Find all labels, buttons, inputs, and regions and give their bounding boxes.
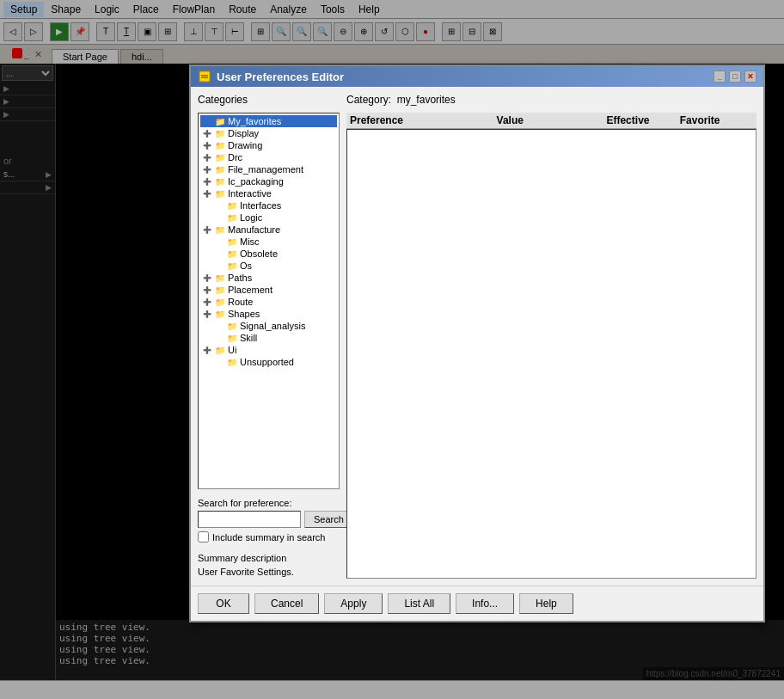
list-all-button[interactable]: List All: [388, 593, 450, 614]
svg-rect-1: [201, 75, 208, 77]
folder-route: 📁: [214, 297, 226, 306]
tree-label-obsolete: Obsolete: [240, 248, 278, 259]
tree-label-drawing: Drawing: [228, 140, 262, 150]
expand-interactive: ➕: [202, 188, 212, 199]
tree-item-drc[interactable]: ➕ 📁 Drc: [200, 151, 337, 163]
tree-item-unsupported[interactable]: 📁 Unsupported: [200, 356, 337, 368]
tree-label-shapes: Shapes: [228, 309, 260, 319]
folder-unsupported: 📁: [226, 358, 238, 366]
tree-label-route: Route: [228, 297, 253, 307]
dialog-title-left: User Preferences Editor: [198, 70, 344, 83]
tree-item-skill[interactable]: 📁 Skill: [200, 332, 337, 344]
svg-rect-2: [201, 77, 208, 79]
dialog-footer: OK Cancel Apply List All Info... Help: [191, 586, 763, 621]
folder-display: 📁: [214, 129, 226, 138]
dialog-maximize-btn[interactable]: □: [729, 71, 741, 83]
tree-label-interfaces: Interfaces: [240, 200, 281, 211]
expand-os: [214, 261, 224, 271]
col-effective: Effective: [606, 114, 679, 126]
right-panel: Category: my_favorites Preference Value …: [346, 94, 756, 579]
folder-skill: 📁: [226, 334, 238, 342]
tree-label-paths: Paths: [228, 273, 252, 283]
tree-item-paths[interactable]: ➕ 📁 Paths: [200, 272, 337, 284]
tree-label-ic-packaging: Ic_packaging: [228, 176, 284, 187]
dialog-title-text: User Preferences Editor: [217, 71, 344, 83]
user-preferences-dialog: User Preferences Editor _ □ ✕ Categories…: [189, 64, 765, 622]
category-value: my_favorites: [397, 94, 456, 106]
tree-item-my-favorites[interactable]: 📁 My_favorites: [200, 115, 337, 127]
tree-item-shapes[interactable]: ➕ 📁 Shapes: [200, 308, 337, 320]
help-button[interactable]: Help: [519, 593, 573, 614]
folder-my-favorites: 📁: [214, 117, 226, 126]
folder-obsolete: 📁: [226, 249, 238, 258]
summary-description-label: Summary description: [198, 553, 340, 563]
tree-label-ui: Ui: [228, 345, 236, 355]
ok-button[interactable]: OK: [198, 593, 249, 614]
dialog-minimize-btn[interactable]: _: [714, 71, 726, 83]
apply-button[interactable]: Apply: [324, 593, 383, 614]
pref-table-body[interactable]: [346, 129, 756, 579]
tree-label-file-management: File_management: [228, 164, 303, 175]
folder-paths: 📁: [214, 273, 226, 282]
categories-tree[interactable]: 📁 My_favorites ➕ 📁 Display ➕ 📁 Drawing: [198, 113, 340, 489]
tree-label-drc: Drc: [228, 152, 242, 162]
tree-label-os: Os: [240, 261, 252, 271]
folder-placement: 📁: [214, 285, 226, 294]
expand-interfaces: [214, 200, 224, 211]
expand-misc: [214, 236, 224, 247]
summary-text: User Favorite Settings.: [198, 565, 340, 579]
expand-logic: [214, 212, 224, 223]
folder-ui: 📁: [214, 346, 226, 354]
folder-signal-analysis: 📁: [226, 322, 238, 330]
folder-misc: 📁: [226, 237, 238, 246]
tree-item-os[interactable]: 📁 Os: [200, 260, 337, 272]
info-button[interactable]: Info...: [456, 593, 514, 614]
tree-label-unsupported: Unsupported: [240, 357, 294, 367]
cancel-button[interactable]: Cancel: [254, 593, 319, 614]
include-summary-row: Include summary in search: [198, 531, 340, 543]
expand-placement: ➕: [202, 285, 212, 295]
expand-display: ➕: [202, 128, 212, 138]
tree-item-logic[interactable]: 📁 Logic: [200, 212, 337, 224]
expand-unsupported: [214, 357, 224, 367]
tree-item-interactive[interactable]: ➕ 📁 Interactive: [200, 187, 337, 199]
tree-item-obsolete[interactable]: 📁 Obsolete: [200, 248, 337, 260]
tree-label-signal-analysis: Signal_analysis: [240, 321, 305, 331]
tree-item-ui[interactable]: ➕ 📁 Ui: [200, 344, 337, 356]
tree-label-skill: Skill: [240, 333, 257, 343]
dialog-body: Categories 📁 My_favorites ➕ 📁 Display: [191, 87, 763, 586]
dialog-close-btn[interactable]: ✕: [744, 71, 756, 83]
include-summary-checkbox[interactable]: [198, 531, 209, 543]
tree-item-interfaces[interactable]: 📁 Interfaces: [200, 199, 337, 212]
tree-label-my-favorites: My_favorites: [228, 116, 281, 126]
tree-item-drawing[interactable]: ➕ 📁 Drawing: [200, 139, 337, 151]
expand-file-management: ➕: [202, 164, 212, 175]
expand-manufacture: ➕: [202, 224, 212, 235]
tree-item-misc[interactable]: 📁 Misc: [200, 236, 337, 248]
tree-item-ic-packaging[interactable]: ➕ 📁 Ic_packaging: [200, 175, 337, 187]
dialog-title-bar: User Preferences Editor _ □ ✕: [191, 66, 763, 87]
folder-drawing: 📁: [214, 141, 226, 150]
tree-item-display[interactable]: ➕ 📁 Display: [200, 127, 337, 139]
expand-paths: ➕: [202, 273, 212, 283]
folder-interfaces: 📁: [226, 201, 238, 210]
expand-ui: ➕: [202, 345, 212, 355]
tree-item-signal-analysis[interactable]: 📁 Signal_analysis: [200, 320, 337, 332]
folder-interactive: 📁: [214, 189, 226, 198]
tree-item-route[interactable]: ➕ 📁 Route: [200, 296, 337, 308]
folder-ic-packaging: 📁: [214, 177, 226, 186]
folder-logic: 📁: [226, 213, 238, 222]
search-input[interactable]: [198, 511, 301, 528]
expand-drawing: ➕: [202, 140, 212, 150]
expand-drc: ➕: [202, 152, 212, 162]
tree-item-placement[interactable]: ➕ 📁 Placement: [200, 284, 337, 296]
folder-file-management: 📁: [214, 165, 226, 174]
search-for-pref-label: Search for preference:: [198, 498, 340, 508]
tree-item-file-management[interactable]: ➕ 📁 File_management: [200, 163, 337, 175]
pref-table-header: Preference Value Effective Favorite: [346, 113, 756, 129]
categories-panel: Categories 📁 My_favorites ➕ 📁 Display: [198, 94, 340, 579]
folder-drc: 📁: [214, 153, 226, 162]
category-header: Category: my_favorites: [346, 94, 756, 106]
tree-item-manufacture[interactable]: ➕ 📁 Manufacture: [200, 224, 337, 236]
summary-section: Summary description User Favorite Settin…: [198, 553, 340, 579]
